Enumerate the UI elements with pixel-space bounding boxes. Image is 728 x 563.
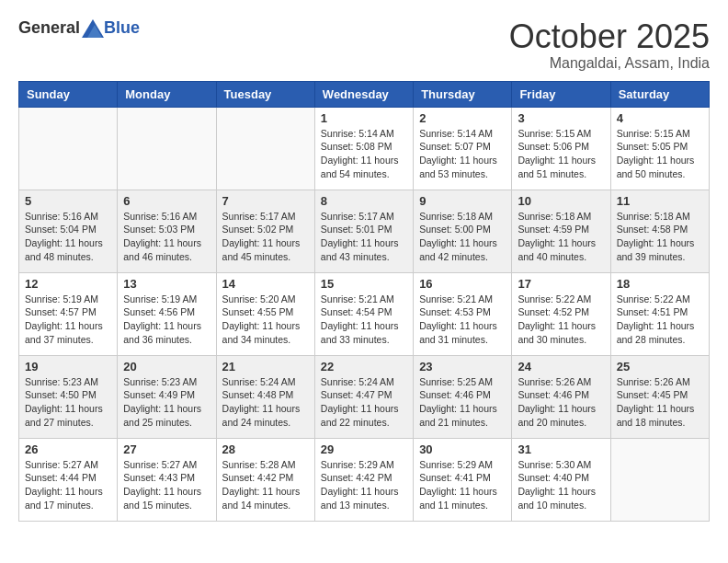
day-info: Sunrise: 5:24 AM Sunset: 4:48 PM Dayligh…	[222, 375, 309, 430]
calendar-week-3: 12Sunrise: 5:19 AM Sunset: 4:57 PM Dayli…	[19, 272, 710, 355]
calendar-table: SundayMondayTuesdayWednesdayThursdayFrid…	[18, 81, 710, 522]
month-title: October 2025	[509, 18, 710, 55]
weekday-header-wednesday: Wednesday	[314, 81, 413, 107]
calendar-cell: 6Sunrise: 5:16 AM Sunset: 5:03 PM Daylig…	[118, 190, 216, 272]
day-number: 9	[419, 194, 506, 208]
calendar-week-1: 1Sunrise: 5:14 AM Sunset: 5:08 PM Daylig…	[19, 107, 710, 190]
calendar-header-row: SundayMondayTuesdayWednesdayThursdayFrid…	[19, 81, 710, 107]
day-number: 19	[25, 360, 111, 373]
calendar-cell: 4Sunrise: 5:15 AM Sunset: 5:05 PM Daylig…	[610, 107, 709, 190]
calendar-cell: 15Sunrise: 5:21 AM Sunset: 4:54 PM Dayli…	[314, 272, 413, 355]
calendar-cell	[118, 107, 216, 190]
logo-general: General	[18, 18, 80, 38]
day-number: 25	[617, 360, 703, 373]
day-number: 20	[123, 360, 210, 373]
day-info: Sunrise: 5:14 AM Sunset: 5:07 PM Dayligh…	[419, 127, 506, 181]
calendar-week-2: 5Sunrise: 5:16 AM Sunset: 5:04 PM Daylig…	[19, 190, 710, 272]
weekday-header-friday: Friday	[512, 81, 610, 107]
day-info: Sunrise: 5:26 AM Sunset: 4:46 PM Dayligh…	[518, 375, 604, 430]
calendar-cell: 20Sunrise: 5:23 AM Sunset: 4:49 PM Dayli…	[118, 355, 216, 438]
calendar-cell: 23Sunrise: 5:25 AM Sunset: 4:46 PM Dayli…	[414, 355, 512, 438]
day-info: Sunrise: 5:23 AM Sunset: 4:49 PM Dayligh…	[123, 375, 210, 430]
calendar-cell: 3Sunrise: 5:15 AM Sunset: 5:06 PM Daylig…	[512, 107, 610, 190]
day-info: Sunrise: 5:15 AM Sunset: 5:05 PM Dayligh…	[617, 127, 703, 181]
location-title: Mangaldai, Assam, India	[509, 55, 710, 72]
calendar-cell: 30Sunrise: 5:29 AM Sunset: 4:41 PM Dayli…	[414, 438, 512, 521]
day-number: 11	[617, 194, 703, 208]
calendar-cell: 18Sunrise: 5:22 AM Sunset: 4:51 PM Dayli…	[610, 272, 709, 355]
calendar-cell: 17Sunrise: 5:22 AM Sunset: 4:52 PM Dayli…	[512, 272, 610, 355]
weekday-header-monday: Monday	[118, 81, 216, 107]
logo-blue: Blue	[104, 18, 140, 38]
day-number: 13	[123, 277, 210, 291]
calendar-cell: 26Sunrise: 5:27 AM Sunset: 4:44 PM Dayli…	[19, 438, 118, 521]
calendar-cell: 13Sunrise: 5:19 AM Sunset: 4:56 PM Dayli…	[118, 272, 216, 355]
day-info: Sunrise: 5:16 AM Sunset: 5:04 PM Dayligh…	[25, 210, 111, 264]
day-number: 8	[321, 194, 407, 208]
day-info: Sunrise: 5:19 AM Sunset: 4:57 PM Dayligh…	[25, 293, 111, 347]
day-info: Sunrise: 5:17 AM Sunset: 5:01 PM Dayligh…	[321, 210, 407, 264]
calendar-cell: 21Sunrise: 5:24 AM Sunset: 4:48 PM Dayli…	[216, 355, 314, 438]
calendar-cell: 19Sunrise: 5:23 AM Sunset: 4:50 PM Dayli…	[19, 355, 118, 438]
calendar-cell: 11Sunrise: 5:18 AM Sunset: 4:58 PM Dayli…	[610, 190, 709, 272]
day-info: Sunrise: 5:26 AM Sunset: 4:45 PM Dayligh…	[617, 375, 703, 430]
day-number: 24	[518, 360, 604, 373]
calendar-cell	[19, 107, 118, 190]
day-info: Sunrise: 5:15 AM Sunset: 5:06 PM Dayligh…	[518, 127, 604, 181]
day-number: 17	[518, 277, 604, 291]
day-info: Sunrise: 5:17 AM Sunset: 5:02 PM Dayligh…	[222, 210, 309, 264]
calendar-cell: 22Sunrise: 5:24 AM Sunset: 4:47 PM Dayli…	[314, 355, 413, 438]
day-info: Sunrise: 5:21 AM Sunset: 4:53 PM Dayligh…	[419, 293, 506, 347]
day-info: Sunrise: 5:22 AM Sunset: 4:52 PM Dayligh…	[518, 293, 604, 347]
day-info: Sunrise: 5:21 AM Sunset: 4:54 PM Dayligh…	[321, 293, 407, 347]
calendar-cell	[610, 438, 709, 521]
day-info: Sunrise: 5:18 AM Sunset: 4:59 PM Dayligh…	[518, 210, 604, 264]
day-info: Sunrise: 5:30 AM Sunset: 4:40 PM Dayligh…	[518, 458, 604, 512]
day-info: Sunrise: 5:25 AM Sunset: 4:46 PM Dayligh…	[419, 375, 506, 430]
day-number: 7	[222, 194, 309, 208]
day-number: 22	[321, 360, 407, 373]
calendar-week-5: 26Sunrise: 5:27 AM Sunset: 4:44 PM Dayli…	[19, 438, 710, 521]
title-block: October 2025 Mangaldai, Assam, India	[509, 18, 710, 72]
calendar-cell: 10Sunrise: 5:18 AM Sunset: 4:59 PM Dayli…	[512, 190, 610, 272]
day-info: Sunrise: 5:29 AM Sunset: 4:42 PM Dayligh…	[321, 458, 407, 512]
day-number: 26	[25, 442, 111, 456]
logo: General Blue	[18, 18, 140, 38]
weekday-header-tuesday: Tuesday	[216, 81, 314, 107]
calendar-cell: 14Sunrise: 5:20 AM Sunset: 4:55 PM Dayli…	[216, 272, 314, 355]
day-info: Sunrise: 5:27 AM Sunset: 4:43 PM Dayligh…	[123, 458, 210, 512]
calendar-cell: 2Sunrise: 5:14 AM Sunset: 5:07 PM Daylig…	[414, 107, 512, 190]
weekday-header-thursday: Thursday	[414, 81, 512, 107]
day-number: 16	[419, 277, 506, 291]
calendar-week-4: 19Sunrise: 5:23 AM Sunset: 4:50 PM Dayli…	[19, 355, 710, 438]
day-number: 12	[25, 277, 111, 291]
calendar-cell: 7Sunrise: 5:17 AM Sunset: 5:02 PM Daylig…	[216, 190, 314, 272]
day-number: 31	[518, 442, 604, 456]
day-info: Sunrise: 5:19 AM Sunset: 4:56 PM Dayligh…	[123, 293, 210, 347]
day-number: 15	[321, 277, 407, 291]
day-info: Sunrise: 5:18 AM Sunset: 5:00 PM Dayligh…	[419, 210, 506, 264]
calendar-cell: 24Sunrise: 5:26 AM Sunset: 4:46 PM Dayli…	[512, 355, 610, 438]
calendar-cell: 5Sunrise: 5:16 AM Sunset: 5:04 PM Daylig…	[19, 190, 118, 272]
day-number: 10	[518, 194, 604, 208]
day-info: Sunrise: 5:23 AM Sunset: 4:50 PM Dayligh…	[25, 375, 111, 430]
logo-icon	[82, 19, 104, 38]
day-number: 29	[321, 442, 407, 456]
day-number: 6	[123, 194, 210, 208]
calendar-cell: 8Sunrise: 5:17 AM Sunset: 5:01 PM Daylig…	[314, 190, 413, 272]
calendar-cell: 31Sunrise: 5:30 AM Sunset: 4:40 PM Dayli…	[512, 438, 610, 521]
calendar-cell: 25Sunrise: 5:26 AM Sunset: 4:45 PM Dayli…	[610, 355, 709, 438]
day-info: Sunrise: 5:18 AM Sunset: 4:58 PM Dayligh…	[617, 210, 703, 264]
calendar-cell: 29Sunrise: 5:29 AM Sunset: 4:42 PM Dayli…	[314, 438, 413, 521]
day-number: 18	[617, 277, 703, 291]
day-number: 14	[222, 277, 309, 291]
day-number: 5	[25, 194, 111, 208]
day-number: 23	[419, 360, 506, 373]
day-number: 21	[222, 360, 309, 373]
calendar-cell: 28Sunrise: 5:28 AM Sunset: 4:42 PM Dayli…	[216, 438, 314, 521]
calendar-cell: 27Sunrise: 5:27 AM Sunset: 4:43 PM Dayli…	[118, 438, 216, 521]
page-header: General Blue October 2025 Mangaldai, Ass…	[18, 18, 710, 72]
calendar-cell: 12Sunrise: 5:19 AM Sunset: 4:57 PM Dayli…	[19, 272, 118, 355]
weekday-header-sunday: Sunday	[19, 81, 118, 107]
day-info: Sunrise: 5:29 AM Sunset: 4:41 PM Dayligh…	[419, 458, 506, 512]
